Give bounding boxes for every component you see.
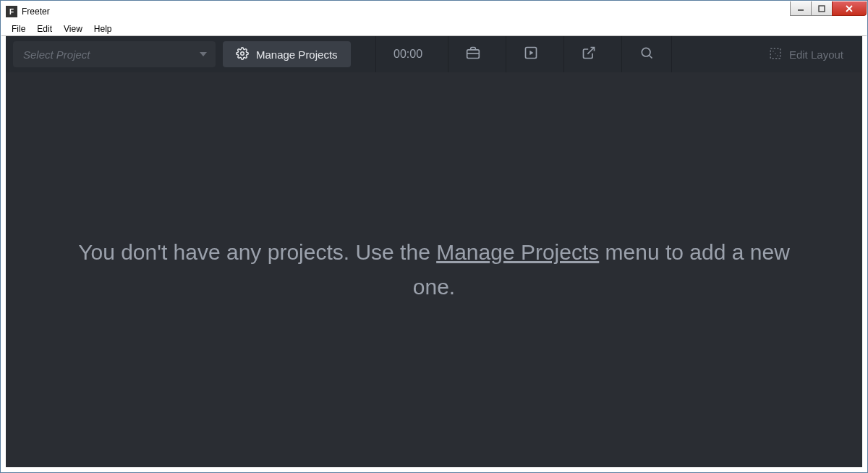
menu-file[interactable]: File xyxy=(6,22,31,35)
app-area: Select Project Manage Projects 00:00 xyxy=(6,36,862,467)
svg-rect-2 xyxy=(467,50,480,59)
svg-marker-4 xyxy=(529,51,533,56)
edit-layout-button[interactable]: Edit Layout xyxy=(757,41,855,67)
svg-line-7 xyxy=(649,56,652,59)
window-frame: F Freeter File Edit View Help Select Pro… xyxy=(0,0,868,473)
search-icon xyxy=(639,46,654,63)
svg-point-9 xyxy=(775,53,776,54)
app-icon: F xyxy=(6,6,17,17)
toolbar: Select Project Manage Projects 00:00 xyxy=(6,36,862,72)
search-button[interactable] xyxy=(621,36,672,72)
chevron-down-icon xyxy=(200,52,207,56)
play-icon xyxy=(524,46,538,63)
svg-line-5 xyxy=(587,48,594,54)
project-select-dropdown[interactable]: Select Project xyxy=(13,41,216,67)
empty-text-part1: You don't have any projects. Use the xyxy=(78,240,436,264)
svg-point-11 xyxy=(777,55,778,56)
play-button[interactable] xyxy=(506,36,556,72)
content-area: You don't have any projects. Use the Man… xyxy=(6,72,862,467)
briefcase-icon xyxy=(466,46,480,63)
menu-help[interactable]: Help xyxy=(88,22,118,35)
menu-view[interactable]: View xyxy=(58,22,88,35)
empty-state-message: You don't have any projects. Use the Man… xyxy=(65,235,803,304)
svg-point-6 xyxy=(642,48,650,56)
menubar: File Edit View Help xyxy=(1,22,867,36)
manage-projects-button[interactable]: Manage Projects xyxy=(223,41,351,67)
project-select-placeholder: Select Project xyxy=(23,48,90,61)
svg-point-10 xyxy=(773,51,774,52)
manage-projects-link[interactable]: Manage Projects xyxy=(436,240,599,264)
open-external-button[interactable] xyxy=(563,36,614,72)
window-title: Freeter xyxy=(22,7,50,17)
external-link-icon xyxy=(582,46,596,63)
manage-projects-label: Manage Projects xyxy=(256,48,338,61)
maximize-button[interactable] xyxy=(811,1,833,16)
timer-value: 00:00 xyxy=(393,48,422,61)
edit-layout-label: Edit Layout xyxy=(789,48,843,61)
svg-point-1 xyxy=(241,51,244,55)
window-controls xyxy=(791,1,867,16)
timer-display[interactable]: 00:00 xyxy=(375,36,441,72)
close-button[interactable] xyxy=(832,1,867,16)
minimize-button[interactable] xyxy=(790,1,812,16)
svg-rect-0 xyxy=(819,6,825,12)
titlebar: F Freeter xyxy=(1,1,867,22)
gear-icon xyxy=(236,47,249,62)
menu-edit[interactable]: Edit xyxy=(31,22,58,35)
toolbox-button[interactable] xyxy=(448,36,498,72)
layout-icon xyxy=(769,47,782,62)
